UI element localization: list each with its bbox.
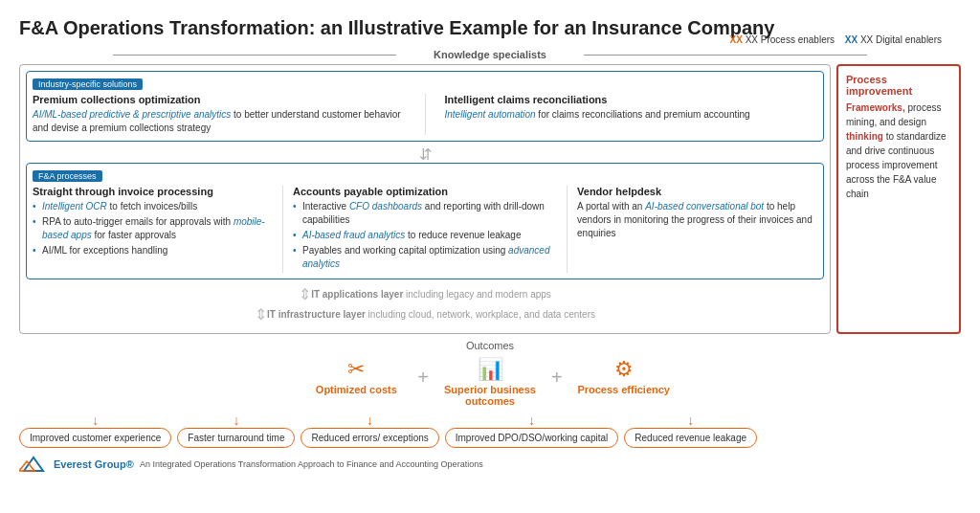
footer-text: An Integrated Operations Transformation … xyxy=(140,459,483,469)
result-box-3: Reduced errors/ exceptions xyxy=(301,428,438,448)
fa-section: F&A processes Straight through invoice p… xyxy=(26,163,824,279)
straight-bullet-3: AI/ML for exceptions handling xyxy=(33,244,273,257)
straight-title: Straight through invoice processing xyxy=(33,186,273,197)
plus-2: + xyxy=(551,357,563,389)
it-infra-row: ⇕ IT infrastructure layer including clou… xyxy=(26,305,824,323)
ap-bullets: Interactive CFO dashboards and reporting… xyxy=(293,200,557,271)
outcome-efficiency-label: Process efficiency xyxy=(577,384,670,395)
intelligent-automation-link: Intelligent automation xyxy=(445,109,536,120)
result-arrow-2: ↓ xyxy=(233,413,239,428)
result-box-1: Improved customer experience xyxy=(19,428,171,448)
process-improvement-body: Frameworks, process mining, and design t… xyxy=(846,100,951,201)
it-layers: ⇕ IT applications layer including legacy… xyxy=(26,285,824,323)
it-app-row: ⇕ IT applications layer including legacy… xyxy=(26,285,824,303)
ap-bullet-2: AI-based fraud analytics to reduce reven… xyxy=(293,229,557,242)
premium-col: Premium collections optimization AI/ML-b… xyxy=(33,94,406,135)
plus-1: + xyxy=(417,357,429,389)
outcomes-row: ✂ Optimized costs + 📊 Superior business … xyxy=(19,357,961,407)
result-arrow-1: ↓ xyxy=(92,413,99,428)
outcomes-title: Outcomes xyxy=(19,340,961,351)
ap-col: Accounts payable optimization Interactiv… xyxy=(293,186,557,273)
result-wrapper-4: ↓ Improved DPO/DSO/working capital xyxy=(445,413,619,448)
it-arrow-2: ⇕ xyxy=(255,305,267,323)
result-box-5: Reduced revenue leakage xyxy=(624,428,757,448)
down-arrow-1: ⇵ xyxy=(26,147,824,163)
straight-col: Straight through invoice processing Inte… xyxy=(33,186,273,273)
straight-bullet-1: Intelligent OCR to fetch invoices/bills xyxy=(33,200,273,213)
result-arrow-5: ↓ xyxy=(687,413,694,428)
result-arrow-3: ↓ xyxy=(367,413,373,428)
fa-tag: F&A processes xyxy=(33,170,102,182)
result-wrapper-5: ↓ Reduced revenue leakage xyxy=(624,413,757,448)
outcome-business: 📊 Superior business outcomes xyxy=(433,357,547,407)
outcome-costs-label: Optimized costs xyxy=(316,384,397,395)
it-infra-desc: including cloud, network, workplace, and… xyxy=(368,309,595,320)
gear-icon: ⚙ xyxy=(614,357,634,382)
vendor-body: A portal with an AI-based conversational… xyxy=(577,200,817,240)
industry-tag: Industry-specific solutions xyxy=(33,78,143,90)
barchart-icon: 📊 xyxy=(478,357,503,382)
vendor-col: Vendor helpdesk A portal with an AI-base… xyxy=(577,186,817,273)
result-arrow-4: ↓ xyxy=(528,413,535,428)
outcome-costs: ✂ Optimized costs xyxy=(299,357,413,395)
left-panel: Industry-specific solutions Premium coll… xyxy=(19,64,831,334)
everest-logo-icon xyxy=(19,454,48,475)
footer-logo: Everest Group® xyxy=(54,458,134,470)
industry-section: Industry-specific solutions Premium coll… xyxy=(26,71,824,142)
process-improvement-panel: Process improvement Frameworks, process … xyxy=(836,64,961,334)
result-boxes-row: ↓ Improved customer experience ↓ Faster … xyxy=(19,413,961,448)
scissors-icon: ✂ xyxy=(347,357,365,382)
claims-col: Intelligent claims reconciliations Intel… xyxy=(445,94,818,135)
legend-digital: XX XX Digital enablers xyxy=(845,34,942,45)
premium-body: AI/ML-based predictive & prescriptive an… xyxy=(33,108,406,135)
ks-banner: Knowledge specialists xyxy=(19,49,961,60)
straight-bullet-2: RPA to auto-trigger emails for approvals… xyxy=(33,215,273,242)
ap-bullet-3: Payables and working capital optimizatio… xyxy=(293,244,557,271)
straight-bullets: Intelligent OCR to fetch invoices/bills … xyxy=(33,200,273,257)
claims-body: Intelligent automation for claims reconc… xyxy=(445,108,818,122)
outcomes-section: Outcomes ✂ Optimized costs + 📊 Superior … xyxy=(19,340,961,448)
it-app-label: IT applications layer xyxy=(311,289,403,300)
result-wrapper-1: ↓ Improved customer experience xyxy=(19,413,171,448)
premium-title: Premium collections optimization xyxy=(33,94,406,105)
legend-process: XX XX Process enablers xyxy=(730,34,835,45)
process-improvement-title: Process improvement xyxy=(846,74,951,97)
claims-title: Intelligent claims reconciliations xyxy=(445,94,818,105)
it-app-desc: including legacy and modern apps xyxy=(406,289,551,300)
ap-title: Accounts payable optimization xyxy=(293,186,557,197)
outcome-business-label: Superior business outcomes xyxy=(433,384,547,407)
outcome-efficiency: ⚙ Process efficiency xyxy=(567,357,681,395)
vendor-title: Vendor helpdesk xyxy=(577,186,817,197)
it-arrow-1: ⇕ xyxy=(299,285,311,303)
result-wrapper-2: ↓ Faster turnaround time xyxy=(177,413,295,448)
result-box-4: Improved DPO/DSO/working capital xyxy=(445,428,619,448)
result-box-2: Faster turnaround time xyxy=(177,428,295,448)
ap-bullet-1: Interactive CFO dashboards and reporting… xyxy=(293,200,557,227)
result-wrapper-3: ↓ Reduced errors/ exceptions xyxy=(301,413,438,448)
footer: Everest Group® An Integrated Operations … xyxy=(19,454,961,475)
legend: XX XX Process enablers XX XX Digital ena… xyxy=(723,34,942,45)
it-infra-label: IT infrastructure layer xyxy=(267,309,366,320)
premium-link: AI/ML-based predictive & prescriptive an… xyxy=(33,109,231,120)
